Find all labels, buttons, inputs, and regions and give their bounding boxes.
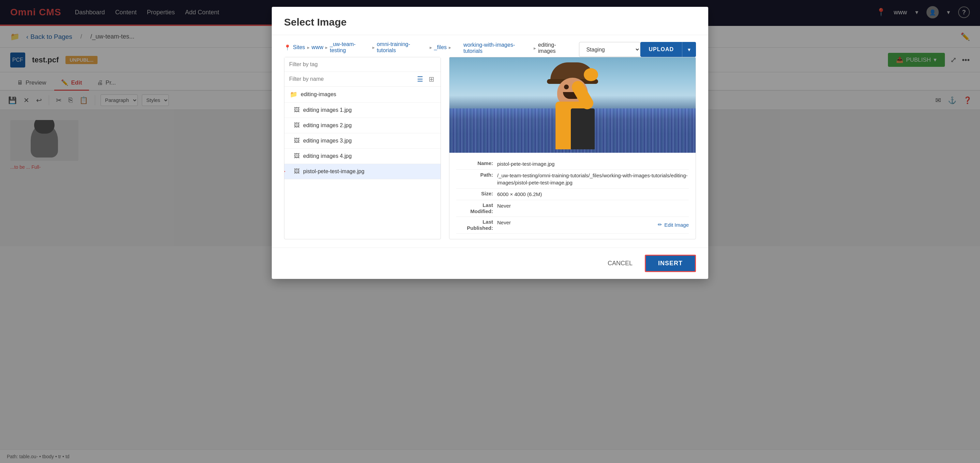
file-name-3: editing images 3.jpg bbox=[303, 138, 352, 144]
bc-arrow-5: ▸ bbox=[449, 45, 451, 50]
image-preview-area bbox=[449, 57, 695, 153]
bc-arrow-1: ▸ bbox=[307, 45, 310, 50]
pin-icon: 📍 bbox=[284, 45, 291, 51]
edit-image-label: Edit Image bbox=[664, 222, 689, 228]
selection-arrow bbox=[285, 169, 285, 174]
select-image-modal: Select Image 📍 Sites ▸ www ▸ _uw-team-te… bbox=[272, 7, 708, 279]
name-value: pistol-pete-test-image.jpg bbox=[497, 160, 689, 167]
file-name-2: editing images 2.jpg bbox=[303, 123, 352, 129]
list-view-button[interactable]: ☰ bbox=[416, 74, 425, 84]
info-row-name: Name: pistol-pete-test-image.jpg bbox=[456, 158, 689, 170]
preview-panel: Name: pistol-pete-test-image.jpg Path: /… bbox=[449, 57, 696, 239]
last-published-label: LastPublished: bbox=[456, 219, 497, 231]
list-item[interactable]: 🖼 editing images 4.jpg bbox=[285, 149, 441, 164]
file-name-4: editing images 4.jpg bbox=[303, 153, 352, 159]
bc-sites[interactable]: Sites bbox=[293, 45, 305, 51]
upload-dropdown-button[interactable]: ▾ bbox=[682, 42, 696, 57]
filter-name-row: ☰ ⊞ bbox=[285, 72, 441, 87]
size-value: 6000 × 4000 (6.2M) bbox=[497, 191, 689, 198]
modal-title: Select Image bbox=[284, 16, 696, 28]
view-toggle: ☰ ⊞ bbox=[416, 74, 436, 84]
folder-item[interactable]: 📁 editing-images bbox=[285, 87, 441, 103]
bc-working[interactable]: working-with-images-tutorials bbox=[463, 42, 531, 54]
modal-controls: Staging UPLOAD ▾ bbox=[579, 42, 696, 57]
modal-footer: CANCEL INSERT bbox=[272, 248, 708, 279]
mascot-preview-image bbox=[449, 57, 695, 153]
upload-button[interactable]: UPLOAD bbox=[640, 42, 682, 57]
image-icon-4: 🖼 bbox=[294, 153, 300, 159]
mascot-figure bbox=[545, 74, 600, 150]
edit-image-link[interactable]: ✏ Edit Image bbox=[658, 222, 689, 228]
file-browser: ☰ ⊞ 📁 editing-images 🖼 editing images 1.… bbox=[284, 57, 441, 239]
pencil-icon: ✏ bbox=[658, 222, 662, 228]
cancel-button[interactable]: CANCEL bbox=[601, 255, 640, 272]
last-modified-value: Never bbox=[497, 202, 689, 209]
bc-files[interactable]: _files bbox=[434, 45, 447, 51]
bc-arrow-2: ▸ bbox=[325, 45, 328, 50]
path-value: /_uw-team-testing/omni-training-tutorial… bbox=[497, 172, 689, 186]
insert-button[interactable]: INSERT bbox=[645, 255, 696, 272]
image-icon-2: 🖼 bbox=[294, 122, 300, 129]
bc-arrow-3: ▸ bbox=[372, 45, 375, 50]
list-item[interactable]: 🖼 editing images 2.jpg bbox=[285, 118, 441, 133]
file-name-1: editing images 1.jpg bbox=[303, 107, 352, 113]
modal-header: Select Image bbox=[272, 7, 708, 35]
image-icon-1: 🖼 bbox=[294, 107, 300, 113]
bc-uw-team[interactable]: _uw-team-testing bbox=[330, 41, 370, 54]
bc-arrow-4: ▸ bbox=[430, 45, 432, 50]
bc-editing-images: editing-images bbox=[538, 42, 572, 54]
list-item[interactable]: 🖼 editing images 3.jpg bbox=[285, 133, 441, 149]
grid-view-button[interactable]: ⊞ bbox=[427, 74, 436, 84]
file-list: 📁 editing-images 🖼 editing images 1.jpg … bbox=[285, 87, 441, 239]
list-item[interactable]: 🖼 pistol-pete-test-image.jpg bbox=[285, 164, 441, 179]
filter-name-input[interactable] bbox=[285, 72, 416, 86]
info-row-last-published: LastPublished: Never ✏ Edit Image bbox=[456, 217, 689, 234]
file-info-panel: Name: pistol-pete-test-image.jpg Path: /… bbox=[449, 153, 695, 239]
filter-tag-input[interactable] bbox=[285, 57, 441, 72]
info-row-last-modified: LastModified: Never bbox=[456, 200, 689, 217]
folder-icon-yellow: 📁 bbox=[290, 91, 298, 98]
modal-breadcrumb: 📍 Sites ▸ www ▸ _uw-team-testing ▸ omni-… bbox=[284, 41, 572, 54]
info-row-size: Size: 6000 × 4000 (6.2M) bbox=[456, 189, 689, 200]
modal-body: ☰ ⊞ 📁 editing-images 🖼 editing images 1.… bbox=[272, 57, 708, 248]
last-modified-label: LastModified: bbox=[456, 202, 497, 215]
bc-www[interactable]: www bbox=[312, 45, 324, 51]
path-label: Path: bbox=[456, 172, 497, 178]
name-label: Name: bbox=[456, 160, 497, 166]
bc-arrow-6: ▸ bbox=[534, 45, 536, 51]
image-icon-5: 🖼 bbox=[294, 168, 300, 175]
list-item[interactable]: 🖼 editing images 1.jpg bbox=[285, 103, 441, 118]
file-name-5: pistol-pete-test-image.jpg bbox=[303, 169, 364, 175]
bc-omni[interactable]: omni-training-tutorials bbox=[377, 41, 428, 54]
staging-select[interactable]: Staging bbox=[579, 42, 640, 57]
info-row-path: Path: /_uw-team-testing/omni-training-tu… bbox=[456, 170, 689, 189]
modal-overlay: Select Image 📍 Sites ▸ www ▸ _uw-team-te… bbox=[0, 0, 980, 463]
folder-name: editing-images bbox=[301, 91, 336, 97]
size-label: Size: bbox=[456, 191, 497, 196]
last-published-value: Never bbox=[497, 219, 658, 226]
image-icon-3: 🖼 bbox=[294, 137, 300, 144]
